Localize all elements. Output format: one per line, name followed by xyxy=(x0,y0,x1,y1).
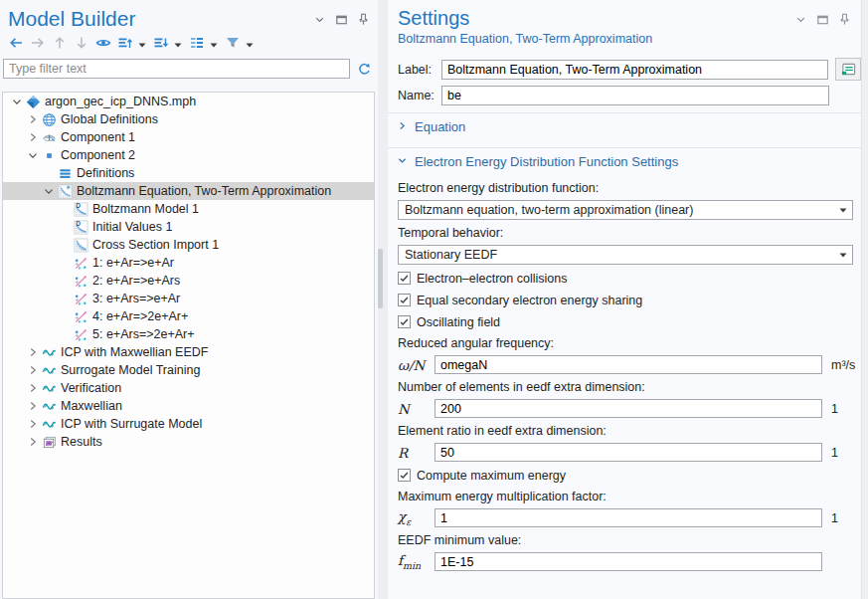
section-header-electron-energy-distribution-function-settings[interactable]: Electron Energy Distribution Function Se… xyxy=(388,148,861,175)
tree-item-maxwellian[interactable]: Maxwellian xyxy=(3,397,374,415)
tree-item-label: Boltzmann Equation, Two-Term Approximati… xyxy=(77,182,331,200)
tree-item-component-2[interactable]: Component 2 xyxy=(3,146,374,164)
tree-item-icp-with-maxwellian-eedf[interactable]: ICP with Maxwellian EEDF xyxy=(3,343,374,361)
collapse-list-dropdown-caret[interactable] xyxy=(136,35,147,55)
move-up-arrow-button[interactable] xyxy=(49,35,71,55)
label-caption: Label: xyxy=(398,63,441,77)
tree-item-3-e-ars-e-ar[interactable]: 3: e+Ars=>e+Ar xyxy=(3,290,374,307)
field-caption: Maximum energy multiplication factor: xyxy=(398,490,861,504)
temporal-behavior-combobox[interactable]: Stationary EEDF xyxy=(398,245,853,265)
results-icon xyxy=(41,434,57,450)
tree-item-5-e-ars-2e-ar[interactable]: 5: e+Ars=>2e+Ar+ xyxy=(3,325,374,343)
model-builder-header: Model Builder xyxy=(0,0,378,32)
tree-indent xyxy=(57,308,73,324)
tree-item-verification[interactable]: Verification xyxy=(3,379,374,397)
tree-item-argon-gec-icp-dnns-mph[interactable]: argon_gec_icp_DNNS.mph xyxy=(3,93,374,110)
tree-item-label: Results xyxy=(61,433,102,451)
tree-item-component-1[interactable]: Component 1 xyxy=(3,128,374,146)
tree-item-definitions[interactable]: Definitions xyxy=(3,164,374,182)
show-eye-button[interactable] xyxy=(92,35,114,55)
tree-item-label: Surrogate Model Training xyxy=(61,361,200,379)
maximum-energy-multiplication-factor-input[interactable] xyxy=(434,508,822,527)
tree-item-surrogate-model-training[interactable]: Surrogate Model Training xyxy=(3,361,374,379)
expand-chevron-icon[interactable] xyxy=(25,416,41,432)
label-input[interactable] xyxy=(441,60,828,80)
reduced-angular-frequency-field-row: ω/Nm³/s xyxy=(398,355,861,374)
panel-splitter[interactable] xyxy=(378,0,388,599)
tree-item-initial-values-1[interactable]: DInitial Values 1 xyxy=(3,218,374,236)
forward-arrow-button[interactable] xyxy=(27,35,49,55)
tree-item-boltzmann-model-1[interactable]: DBoltzmann Model 1 xyxy=(3,200,374,218)
field-caption: Number of elements in eedf extra dimensi… xyxy=(398,380,861,395)
tree-item-results[interactable]: Results xyxy=(3,433,374,451)
model-d-icon: D xyxy=(73,219,88,235)
expand-chevron-icon[interactable] xyxy=(25,111,41,127)
tree-item-1-e-ar-e-ar[interactable]: 1: e+Ar=>e+Ar xyxy=(3,254,374,272)
vertical-scrollbar[interactable] xyxy=(861,0,868,599)
tree-item-icp-with-surrugate-model[interactable]: ICP with Surrugate Model xyxy=(3,415,374,433)
equal-secondary-electron-energy-sharing-checkbox[interactable] xyxy=(398,294,411,306)
collapse-list-button[interactable] xyxy=(114,35,136,55)
expand-list-dropdown-caret[interactable] xyxy=(172,35,183,55)
field-caption: Element ratio in eedf extra dimension: xyxy=(398,424,861,439)
refresh-filter-icon[interactable] xyxy=(354,59,374,79)
eedf-minimum-value-symbol: fmin xyxy=(398,552,434,571)
move-down-arrow-button[interactable] xyxy=(71,35,92,55)
forward-arrow-icon xyxy=(30,35,46,55)
electron-electron-collisions-checkbox[interactable] xyxy=(398,272,411,285)
node-label-list-button[interactable] xyxy=(186,35,208,55)
section-header-equation[interactable]: Equation xyxy=(388,113,861,140)
collapse-chevron-icon[interactable] xyxy=(310,10,328,28)
expand-chevron-icon[interactable] xyxy=(25,362,41,378)
eedf-extra-dimension-elements-input[interactable] xyxy=(434,399,822,418)
study-icon xyxy=(41,398,57,414)
field-caption: Temporal behavior: xyxy=(398,226,861,241)
eedf-function-combobox[interactable]: Boltzmann equation, two-term approximati… xyxy=(398,200,853,220)
collapse-chevron-icon[interactable] xyxy=(791,10,809,28)
collapse-section-chevron-icon xyxy=(397,154,408,169)
expand-chevron-icon[interactable] xyxy=(25,380,41,396)
reduced-angular-frequency-input[interactable] xyxy=(434,355,822,374)
back-arrow-button[interactable] xyxy=(5,35,27,55)
filter-funnel-dropdown-caret[interactable] xyxy=(244,35,255,55)
tree-item-global-definitions[interactable]: Global Definitions xyxy=(3,110,374,128)
name-input[interactable] xyxy=(441,86,829,105)
pin-icon[interactable] xyxy=(354,10,372,28)
eedf-minimum-value-field-row: fmin xyxy=(398,552,861,571)
component-2d-icon xyxy=(41,147,57,163)
mph-file-icon xyxy=(25,94,41,109)
eedf-element-ratio-input[interactable] xyxy=(434,443,822,462)
expand-chevron-icon[interactable] xyxy=(25,129,41,145)
filter-input[interactable] xyxy=(3,59,350,79)
tree-item-label: Component 2 xyxy=(61,146,135,164)
expand-chevron-icon[interactable] xyxy=(25,434,41,450)
settings-subtitle: Boltzmann Equation, Two-Term Approximati… xyxy=(388,31,861,46)
tree-item-cross-section-import-1[interactable]: Cross Section Import 1 xyxy=(3,236,374,254)
tree-indent xyxy=(57,273,73,289)
restore-window-icon[interactable] xyxy=(332,10,350,28)
tree-item-2-e-ar-e-ars[interactable]: 2: e+Ar=>e+Ars xyxy=(3,272,374,290)
rename-label-button[interactable] xyxy=(835,58,861,81)
field-caption: Electron energy distribution function: xyxy=(398,181,861,196)
collapse-chevron-icon[interactable] xyxy=(9,94,25,109)
expand-list-button[interactable] xyxy=(150,35,172,55)
collapse-list-icon xyxy=(117,35,133,55)
collapse-chevron-icon[interactable] xyxy=(25,147,41,163)
reaction-icon xyxy=(73,291,88,306)
boltzmann-eq-icon xyxy=(57,183,73,199)
expand-chevron-icon[interactable] xyxy=(25,344,41,360)
compute-maximum-energy-checkbox[interactable] xyxy=(398,469,411,482)
splitter-handle[interactable] xyxy=(378,249,383,308)
tree-item-label: 2: e+Ar=>e+Ars xyxy=(92,272,180,290)
expand-chevron-icon[interactable] xyxy=(25,398,41,414)
restore-window-icon[interactable] xyxy=(813,10,831,28)
tree-item-4-e-ar-2e-ar[interactable]: 4: e+Ar=>2e+Ar+ xyxy=(3,307,374,325)
collapse-chevron-icon[interactable] xyxy=(41,183,57,199)
eedf-minimum-value-input[interactable] xyxy=(434,552,822,571)
node-label-list-dropdown-caret[interactable] xyxy=(208,35,219,55)
pin-icon[interactable] xyxy=(835,10,853,28)
filter-funnel-button[interactable] xyxy=(222,35,244,55)
oscillating-field-checkbox[interactable] xyxy=(398,315,411,328)
tree-item-boltzmann-equation-two-term-approximation[interactable]: Boltzmann Equation, Two-Term Approximati… xyxy=(3,182,374,200)
tree-indent xyxy=(57,255,73,271)
